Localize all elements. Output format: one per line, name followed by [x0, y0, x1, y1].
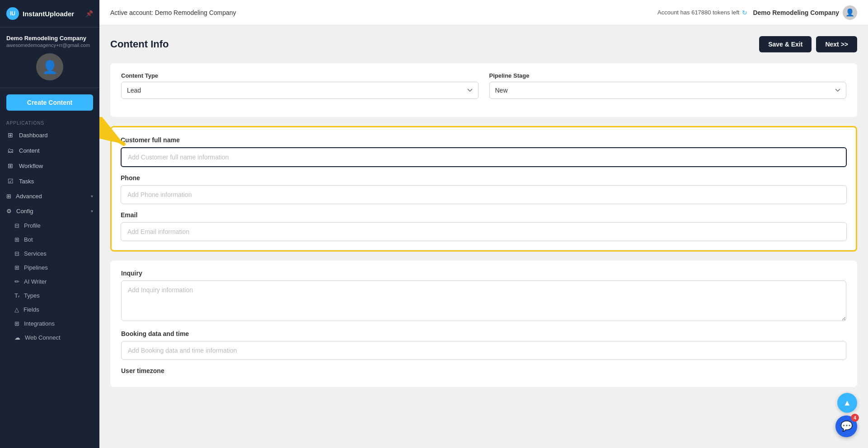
sidebar-item-dashboard[interactable]: ⊞ Dashboard: [0, 127, 99, 143]
sidebar-item-config[interactable]: ⚙ Config ▾: [0, 204, 99, 219]
topbar-user: Demo Remodeling Company 👤: [753, 5, 857, 20]
services-label: Services: [24, 250, 47, 257]
sidebar-item-services[interactable]: ⊟ Services: [0, 247, 99, 261]
web-connect-icon: ☁: [14, 334, 20, 341]
content-type-group: Content Type Lead Contact Deal: [121, 72, 479, 99]
inquiry-label: Inquiry: [121, 270, 846, 277]
web-connect-label: Web Connect: [25, 334, 61, 341]
advanced-left: ⊞ Advanced: [6, 193, 42, 200]
logo-icon: IU: [6, 7, 19, 20]
sidebar-user-section: Demo Remodeling Company awesomedemoagenc…: [0, 28, 99, 88]
sidebar-company-name: Demo Remodeling Company: [6, 35, 93, 42]
page-title: Content Info: [110, 38, 169, 50]
pipelines-label: Pipelines: [24, 264, 48, 271]
tasks-icon: ☑: [6, 177, 14, 185]
fields-label: Fields: [23, 306, 39, 313]
pipeline-stage-group: Pipeline Stage New In Progress Closed: [489, 72, 847, 99]
sidebar-item-label: Content: [19, 147, 40, 154]
sidebar-item-ai-writer[interactable]: ✏ AI Writer: [0, 275, 99, 289]
tokens-text: Account has 617880 tokens left: [657, 9, 739, 16]
phone-label: Phone: [121, 174, 847, 182]
customer-name-group: Customer full name: [121, 136, 847, 167]
pipeline-stage-label: Pipeline Stage: [489, 72, 847, 79]
timezone-group: User timezone: [121, 367, 846, 374]
sidebar-item-tasks[interactable]: ☑ Tasks: [0, 173, 99, 189]
pipeline-stage-select[interactable]: New In Progress Closed: [489, 82, 847, 99]
advanced-chevron: ▾: [91, 194, 93, 199]
sidebar-item-workflow[interactable]: ⊞ Workflow: [0, 158, 99, 173]
applications-label: APPLICATIONS: [0, 117, 99, 127]
content-type-select[interactable]: Lead Contact Deal: [121, 82, 479, 99]
email-label: Email: [121, 211, 847, 219]
sidebar-item-content[interactable]: 🗂 Content: [0, 143, 99, 158]
topbar: Active account: Demo Remodeling Company …: [99, 0, 868, 25]
advanced-label: Advanced: [16, 193, 42, 200]
email-input[interactable]: [121, 222, 847, 241]
highlighted-form-box: Customer full name Phone Email: [110, 126, 857, 252]
sidebar-item-pipelines[interactable]: ⊞ Pipelines: [0, 261, 99, 275]
active-account-text: Active account: Demo Remodeling Company: [110, 9, 236, 16]
main-area: Active account: Demo Remodeling Company …: [99, 0, 868, 448]
content-area: Content Info Save & Exit Next >> Content…: [99, 25, 868, 448]
topbar-company-name: Demo Remodeling Company: [753, 9, 839, 16]
header-actions: Save & Exit Next >>: [759, 36, 857, 52]
sidebar-item-types[interactable]: Tᵣ Types: [0, 289, 99, 303]
services-icon: ⊟: [14, 250, 19, 257]
app-logo: IU InstantUploader: [6, 7, 74, 20]
config-chevron: ▾: [91, 209, 93, 214]
sidebar-item-integrations[interactable]: ⊞ Integrations: [0, 317, 99, 331]
sidebar-item-web-connect[interactable]: ☁ Web Connect: [0, 331, 99, 345]
email-group: Email: [121, 211, 847, 241]
ai-writer-icon: ✏: [14, 278, 19, 285]
next-button[interactable]: Next >>: [816, 36, 857, 52]
customer-name-input[interactable]: [121, 147, 847, 167]
content-type-section: Content Type Lead Contact Deal Pipeline …: [110, 63, 857, 117]
ai-writer-label: AI Writer: [24, 278, 47, 285]
phone-input[interactable]: [121, 185, 847, 204]
bot-label: Bot: [24, 236, 33, 243]
sidebar: IU InstantUploader 📌 Demo Remodeling Com…: [0, 0, 99, 448]
sidebar-item-fields[interactable]: △ Fields: [0, 303, 99, 317]
sidebar-item-profile[interactable]: ⊟ Profile: [0, 219, 99, 233]
highlighted-section-wrapper: Customer full name Phone Email: [110, 126, 857, 252]
sidebar-item-label: Dashboard: [19, 132, 48, 139]
app-name: InstantUploader: [23, 10, 74, 18]
integrations-label: Integrations: [24, 320, 55, 327]
types-label: Types: [24, 292, 40, 299]
tokens-info: Account has 617880 tokens left ↻: [657, 9, 747, 16]
workflow-icon: ⊞: [6, 162, 14, 169]
chat-button[interactable]: 💬 4: [835, 415, 857, 437]
topbar-right: Account has 617880 tokens left ↻ Demo Re…: [657, 5, 857, 20]
sidebar-avatar: 👤: [36, 53, 63, 80]
customer-name-label: Customer full name: [121, 136, 847, 144]
integrations-icon: ⊞: [14, 320, 19, 327]
chat-icon: 💬: [840, 420, 853, 432]
content-icon: 🗂: [6, 147, 14, 154]
chat-badge: 4: [851, 414, 859, 422]
config-left: ⚙ Config: [6, 208, 33, 215]
sidebar-item-bot[interactable]: ⊞ Bot: [0, 233, 99, 247]
pipelines-icon: ⊞: [14, 264, 19, 271]
sidebar-item-label: Workflow: [19, 163, 43, 169]
save-exit-button[interactable]: Save & Exit: [759, 36, 812, 52]
create-content-button[interactable]: Create Content: [6, 94, 93, 111]
inquiry-textarea[interactable]: [121, 280, 846, 321]
dashboard-icon: ⊞: [6, 131, 14, 139]
profile-label: Profile: [24, 222, 41, 229]
pin-icon[interactable]: 📌: [85, 10, 93, 17]
sidebar-user-email: awesomedemoagency+rr@gmail.com: [6, 42, 93, 48]
sidebar-item-advanced[interactable]: ⊞ Advanced ▾: [0, 189, 99, 204]
booking-label: Booking data and time: [121, 330, 846, 337]
profile-icon: ⊟: [14, 222, 19, 229]
refresh-icon[interactable]: ↻: [742, 9, 747, 16]
booking-group: Booking data and time: [121, 330, 846, 360]
sidebar-item-label: Tasks: [19, 178, 34, 185]
content-type-label: Content Type: [121, 72, 479, 79]
scroll-top-button[interactable]: ▲: [837, 393, 857, 413]
topbar-avatar: 👤: [843, 5, 857, 20]
booking-input[interactable]: [121, 341, 846, 360]
timezone-label: User timezone: [121, 367, 846, 374]
config-label: Config: [16, 208, 33, 215]
inquiry-section: Inquiry Booking data and time User timez…: [110, 261, 857, 387]
advanced-icon: ⊞: [6, 193, 11, 200]
